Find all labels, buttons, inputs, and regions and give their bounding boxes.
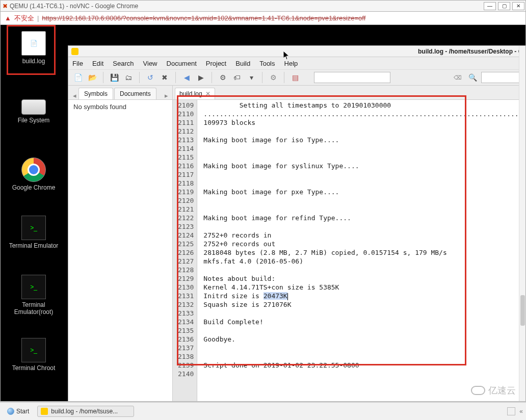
- menu-document[interactable]: Document: [167, 60, 197, 67]
- menu-build[interactable]: Build: [235, 60, 250, 67]
- file-icon: 📄: [21, 31, 46, 56]
- separator: [175, 72, 176, 83]
- chrome-icon: [21, 158, 46, 182]
- menu-bar[interactable]: File Edit Search View Document Project B…: [68, 57, 525, 69]
- separator: [139, 72, 140, 83]
- drive-icon: [21, 99, 46, 115]
- compile-button[interactable]: ⚙: [217, 72, 228, 83]
- save-all-button[interactable]: 🗂: [123, 72, 134, 83]
- code-view[interactable]: 2109 2110 2111 2112 2113 2114 2115 2116 …: [173, 100, 525, 401]
- novnc-icon: ✖: [1, 3, 10, 10]
- terminal-icon: >_: [21, 216, 46, 240]
- build-button[interactable]: 🏷: [231, 72, 243, 83]
- geany-icon: [41, 408, 48, 415]
- taskbar-item-label: build.log - /home/tsuse...: [51, 408, 118, 415]
- desktop-icon-label: Terminal Emulator: [6, 242, 62, 249]
- url-divider: |: [37, 14, 39, 22]
- close-file-button[interactable]: ✖: [159, 72, 170, 83]
- insecure-text: 不安全: [14, 14, 34, 23]
- chrome-title-text: QEMU (1.41-TC6.1) - noVNC - Google Chrom…: [10, 3, 484, 10]
- tray-chevron-icon[interactable]: «: [519, 408, 523, 415]
- terminal-icon: >_: [21, 338, 46, 362]
- search-input[interactable]: [314, 72, 390, 83]
- taskbar-item-geany[interactable]: build.log - /home/tsuse...: [37, 406, 134, 417]
- desktop-icon-file-system[interactable]: File System: [6, 99, 62, 124]
- search-clear-icon[interactable]: ⌫: [452, 74, 464, 81]
- desktop-icon-label: Terminal Chroot: [6, 364, 62, 372]
- symbols-panel: No symbols found: [68, 100, 172, 401]
- geany-window[interactable]: build.log - /home/tsuser/Desktop - G Fil…: [68, 45, 525, 401]
- desktop-icon-chrome[interactable]: Google Chrome: [6, 158, 62, 191]
- execute-button[interactable]: ⚙: [268, 72, 279, 83]
- tray-icon[interactable]: [507, 407, 515, 415]
- minimize-button[interactable]: —: [484, 2, 496, 10]
- menu-search[interactable]: Search: [113, 60, 134, 67]
- geany-title-text: build.log - /home/tsuser/Desktop - G: [418, 48, 523, 55]
- vertical-scrollbar[interactable]: [519, 100, 525, 401]
- desktop-icon-terminal[interactable]: >_ Terminal Emulator: [6, 216, 62, 249]
- host-taskbar[interactable]: Start build.log - /home/tsuse... «: [0, 402, 526, 420]
- code-content[interactable]: Setting all timestamps to 201901030000 .…: [197, 100, 525, 401]
- menu-view[interactable]: View: [143, 60, 157, 67]
- side-panel: ◂ Symbols Documents ▸ No symbols found: [68, 86, 173, 401]
- separator: [212, 72, 212, 83]
- tab-scroll-right-icon[interactable]: ▸: [162, 92, 170, 99]
- desktop-icon-label: File System: [6, 117, 62, 124]
- desktop-icon-label: Terminal Emulator(root): [6, 301, 62, 316]
- separator: [262, 72, 262, 83]
- goto-line-input[interactable]: [481, 72, 522, 83]
- window-control-buttons: — ▢ ✕: [484, 2, 525, 10]
- desktop-icon-build-log[interactable]: 📄 build.log: [6, 31, 62, 65]
- chrome-urlbar[interactable]: ▲ 不安全 | https://192.168.170.6:8006/?cons…: [1, 12, 525, 25]
- run-dropdown-button[interactable]: ▾: [246, 72, 257, 83]
- menu-file[interactable]: File: [72, 60, 83, 67]
- tab-close-icon[interactable]: ✕: [205, 90, 211, 97]
- new-file-button[interactable]: 📄: [72, 72, 84, 83]
- start-label: Start: [16, 408, 29, 415]
- desktop-icon-terminal-chroot[interactable]: >_ Terminal Chroot: [6, 338, 62, 372]
- reload-button[interactable]: ↺: [145, 72, 156, 83]
- menu-project[interactable]: Project: [206, 60, 226, 67]
- nav-back-button[interactable]: ◀: [181, 72, 192, 83]
- chrome-window: ✖ QEMU (1.41-TC6.1) - noVNC - Google Chr…: [0, 0, 526, 402]
- document-tab-build-log[interactable]: build.log ✕: [175, 88, 215, 99]
- menu-help[interactable]: Help: [284, 60, 298, 67]
- maximize-button[interactable]: ▢: [498, 2, 510, 10]
- url-text[interactable]: https://192.168.170.6:8006/?console=kvm&…: [42, 14, 365, 22]
- tab-scroll-left-icon[interactable]: ◂: [70, 92, 78, 99]
- close-button[interactable]: ✕: [512, 2, 524, 10]
- desktop-icon-label: Google Chrome: [6, 184, 62, 191]
- system-tray: «: [507, 407, 523, 415]
- document-tabs: build.log ✕: [173, 86, 525, 100]
- nav-forward-button[interactable]: ▶: [195, 72, 206, 83]
- editor-body: ◂ Symbols Documents ▸ No symbols found b…: [68, 86, 525, 401]
- tab-documents[interactable]: Documents: [114, 88, 156, 99]
- geany-icon: [71, 48, 78, 55]
- separator: [103, 72, 103, 83]
- line-number-gutter: 2109 2110 2111 2112 2113 2114 2115 2116 …: [173, 100, 197, 401]
- side-panel-tabs: ◂ Symbols Documents ▸: [68, 86, 172, 100]
- save-button[interactable]: 💾: [109, 72, 120, 83]
- document-area: build.log ✕ 2109 2110 2111 2112 2113 211…: [173, 86, 525, 401]
- insecure-icon: ▲: [5, 14, 11, 22]
- tool-bar: 📄 📂 💾 🗂 ↺ ✖ ◀ ▶ ⚙ 🏷 ▾ ⚙ ▤ ⌫: [68, 69, 525, 86]
- color-chooser-button[interactable]: ▤: [290, 72, 301, 83]
- desktop-icon-label: build.log: [6, 58, 62, 65]
- search-go-button[interactable]: 🔍: [467, 72, 478, 83]
- terminal-icon: >_: [21, 275, 46, 299]
- open-file-button[interactable]: 📂: [87, 72, 98, 83]
- geany-titlebar[interactable]: build.log - /home/tsuser/Desktop - G: [68, 46, 525, 57]
- remote-desktop[interactable]: 📄 build.log File System Google Chrome >_…: [1, 25, 525, 401]
- menu-tools[interactable]: Tools: [259, 60, 275, 67]
- menu-edit[interactable]: Edit: [92, 60, 103, 67]
- tab-symbols[interactable]: Symbols: [78, 88, 113, 99]
- document-tab-label: build.log: [179, 90, 202, 97]
- desktop-icon-terminal-root[interactable]: >_ Terminal Emulator(root): [6, 275, 62, 316]
- start-orb-icon: [7, 408, 14, 415]
- start-button[interactable]: Start: [3, 407, 33, 416]
- separator: [284, 72, 284, 83]
- chrome-titlebar[interactable]: ✖ QEMU (1.41-TC6.1) - noVNC - Google Chr…: [1, 1, 525, 12]
